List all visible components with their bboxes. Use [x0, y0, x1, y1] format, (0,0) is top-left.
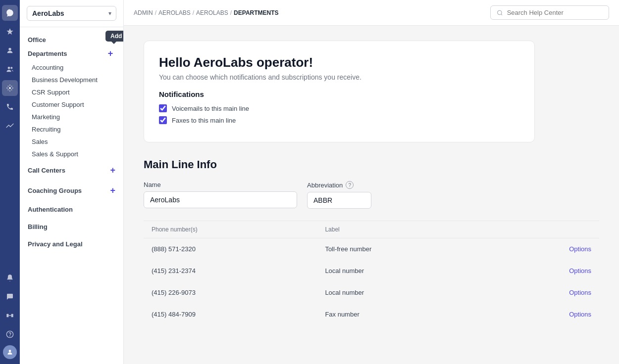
dept-accounting[interactable]: Accounting	[20, 61, 123, 74]
main-line-section: Main Line Info Name Abbreviation ?	[144, 158, 599, 325]
voicemail-checkbox[interactable]	[159, 104, 167, 112]
table-row: (415) 226-9073 Local number Options	[144, 282, 599, 304]
svg-point-1	[8, 48, 11, 50]
add-department-tooltip: Add a Department	[105, 31, 124, 42]
company-select-wrapper[interactable]: AeroLabs	[27, 6, 116, 21]
svg-point-11	[498, 10, 502, 14]
notification-fax: Faxes to this main line	[159, 116, 519, 124]
departments-list: Accounting Business Development CSR Supp…	[20, 61, 123, 160]
options-link[interactable]: Options	[492, 304, 599, 325]
user-avatar[interactable]	[3, 345, 17, 359]
search-input[interactable]	[507, 9, 603, 16]
office-section: Office Departments Add a Department + Ac…	[20, 27, 123, 253]
call-centers-nav[interactable]: Call Centers +	[20, 160, 123, 181]
coaching-groups-nav[interactable]: Coaching Groups +	[20, 181, 123, 201]
label-col-header: Label	[317, 221, 492, 238]
main-content: ADMIN / AEROLABS / AEROLABS / DEPARTMENT…	[124, 0, 619, 364]
dept-sales-support[interactable]: Sales & Support	[20, 148, 123, 160]
page-content: Hello AeroLabs operator! You can choose …	[124, 26, 619, 364]
search-box[interactable]	[490, 5, 609, 20]
star-icon[interactable]	[2, 24, 18, 40]
dept-recruiting[interactable]: Recruiting	[20, 123, 123, 136]
phone-label: Local number	[317, 282, 492, 304]
breadcrumb: ADMIN / AEROLABS / AEROLABS / DEPARTMENT…	[134, 9, 279, 16]
notifications-heading: Notifications	[159, 90, 519, 98]
top-bar: ADMIN / AEROLABS / AEROLABS / DEPARTMENT…	[124, 0, 619, 26]
help-icon[interactable]	[2, 326, 18, 342]
svg-rect-6	[11, 314, 13, 318]
integrations-icon[interactable]	[2, 308, 18, 323]
hello-title: Hello AeroLabs operator!	[159, 55, 519, 70]
options-link[interactable]: Options	[492, 260, 599, 282]
logo-icon[interactable]	[2, 5, 18, 21]
billing-nav[interactable]: Billing	[20, 218, 123, 235]
bell-icon[interactable]	[2, 270, 18, 286]
form-row: Name Abbreviation ?	[144, 181, 599, 209]
analytics-icon[interactable]	[2, 118, 18, 134]
authentication-nav[interactable]: Authentication	[20, 201, 123, 218]
company-select[interactable]: AeroLabs	[27, 6, 116, 21]
dept-sales[interactable]: Sales	[20, 136, 123, 148]
section-title: Main Line Info	[144, 158, 599, 171]
add-coaching-group-button[interactable]: +	[110, 185, 115, 196]
settings-icon[interactable]	[2, 80, 18, 96]
groups-icon[interactable]	[2, 61, 18, 77]
phone-label: Toll-free number	[317, 238, 492, 260]
phone-label: Fax number	[317, 304, 492, 325]
search-icon	[497, 9, 503, 16]
name-input[interactable]	[144, 191, 297, 208]
fax-label: Faxes to this main line	[172, 117, 236, 124]
svg-marker-0	[6, 28, 13, 35]
phone-label: Local number	[317, 260, 492, 282]
table-row: (415) 484-7909 Fax number Options	[144, 304, 599, 325]
abbreviation-field: Abbreviation ?	[307, 181, 371, 209]
phone-col-header: Phone number(s)	[144, 221, 317, 238]
phone-icon[interactable]	[2, 99, 18, 115]
add-call-center-button[interactable]: +	[110, 165, 115, 176]
svg-point-2	[8, 67, 10, 69]
phone-table: Phone number(s) Label (888) 571-2320 Tol…	[144, 221, 599, 325]
abbreviation-help-icon[interactable]: ?	[346, 181, 354, 189]
icon-sidebar	[0, 0, 20, 364]
table-row: (888) 571-2320 Toll-free number Options	[144, 238, 599, 260]
voicemail-label: Voicemails to this main line	[172, 105, 249, 112]
svg-point-10	[9, 350, 11, 352]
table-row: (415) 231-2374 Local number Options	[144, 260, 599, 282]
left-nav: AeroLabs Office Departments Add a Depart…	[20, 0, 124, 364]
hello-card: Hello AeroLabs operator! You can choose …	[144, 41, 535, 142]
abbreviation-input[interactable]	[307, 192, 371, 209]
company-selector-area: AeroLabs	[20, 0, 123, 27]
svg-point-3	[10, 67, 12, 69]
chat-icon[interactable]	[2, 289, 18, 305]
name-label: Name	[144, 181, 297, 188]
departments-header: Departments Add a Department +	[20, 46, 123, 61]
contacts-icon[interactable]	[2, 43, 18, 58]
options-link[interactable]: Options	[492, 282, 599, 304]
add-department-button[interactable]: Add a Department +	[105, 48, 115, 58]
fax-checkbox[interactable]	[159, 116, 167, 124]
phone-number: (888) 571-2320	[144, 238, 317, 260]
phone-number: (415) 226-9073	[144, 282, 317, 304]
svg-rect-5	[6, 314, 8, 318]
name-field: Name	[144, 181, 297, 209]
privacy-nav[interactable]: Privacy and Legal	[20, 235, 123, 253]
svg-point-4	[9, 87, 11, 89]
dept-csr-support[interactable]: CSR Support	[20, 86, 123, 98]
phone-number: (415) 231-2374	[144, 260, 317, 282]
dept-customer-support[interactable]: Customer Support	[20, 98, 123, 111]
svg-point-9	[10, 336, 10, 336]
phone-number: (415) 484-7909	[144, 304, 317, 325]
options-link[interactable]: Options	[492, 238, 599, 260]
abbreviation-label: Abbreviation	[307, 182, 343, 189]
dept-marketing[interactable]: Marketing	[20, 111, 123, 123]
notification-voicemail: Voicemails to this main line	[159, 104, 519, 112]
dept-business-development[interactable]: Business Development	[20, 74, 123, 86]
hello-subtitle: You can choose which notifications and s…	[159, 73, 519, 81]
